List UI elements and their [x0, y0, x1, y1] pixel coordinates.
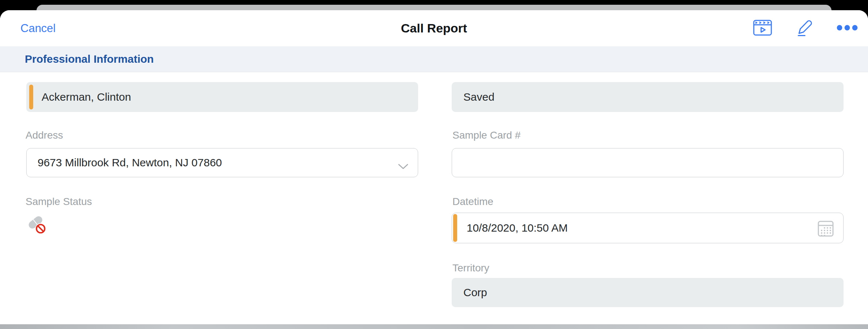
pill-blocked-icon: [27, 214, 47, 235]
media-player-icon: [753, 19, 772, 37]
media-player-button[interactable]: [752, 18, 773, 39]
datetime-label: Datetime: [452, 196, 493, 208]
status-field: Saved: [452, 82, 844, 112]
section-header-title: Professional Information: [25, 46, 154, 72]
required-indicator: [453, 214, 457, 242]
call-report-sheet: Cancel Call Report: [0, 10, 868, 329]
more-icon: [836, 25, 858, 32]
signature-button[interactable]: [794, 18, 815, 39]
required-indicator: [29, 85, 33, 109]
section-header: Professional Information: [0, 46, 868, 72]
address-label: Address: [26, 129, 63, 141]
nav-actions: [752, 10, 858, 46]
address-value: 9673 Millbrook Rd, Newton, NJ 07860: [38, 148, 222, 177]
calendar-icon[interactable]: [818, 220, 834, 239]
chevron-down-icon: [398, 160, 408, 172]
more-button[interactable]: [837, 18, 858, 39]
bottom-edge-strip: [0, 324, 868, 329]
datetime-value: 10/8/2020, 10:50 AM: [467, 213, 568, 243]
sample-card-label: Sample Card #: [452, 129, 521, 141]
address-select[interactable]: 9673 Millbrook Rd, Newton, NJ 07860: [26, 148, 418, 177]
territory-value: Corp: [463, 278, 487, 307]
account-field: Ackerman, Clinton: [26, 82, 418, 112]
call-report-screen: Cancel Call Report: [0, 0, 868, 329]
status-value: Saved: [463, 82, 494, 112]
territory-field: Corp: [452, 278, 844, 307]
signature-icon: [795, 18, 814, 38]
nav-bar: Cancel Call Report: [0, 10, 868, 47]
page-title: Call Report: [0, 10, 868, 46]
sample-card-input[interactable]: [452, 148, 844, 177]
account-value: Ackerman, Clinton: [42, 82, 131, 112]
sample-status-label: Sample Status: [26, 196, 92, 208]
territory-label: Territory: [452, 262, 489, 274]
datetime-field[interactable]: 10/8/2020, 10:50 AM: [452, 213, 844, 243]
